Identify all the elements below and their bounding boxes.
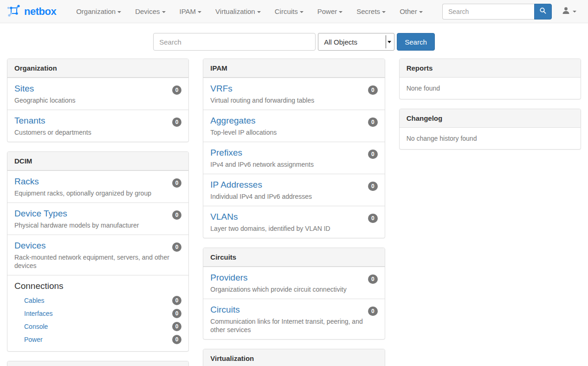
list-item: Aggregates 0 Top-level IP allocations bbox=[203, 110, 384, 142]
count-badge: 0 bbox=[172, 322, 182, 331]
panel-changelog: Changelog No change history found bbox=[399, 109, 581, 150]
connection-row: Cables 0 bbox=[14, 294, 181, 307]
panel-title: Reports bbox=[400, 59, 581, 78]
quick-search-form: All Objects Search bbox=[0, 33, 588, 51]
chevron-down-icon bbox=[573, 11, 576, 13]
tenants-link[interactable]: Tenants bbox=[14, 115, 45, 127]
quick-search-button[interactable]: Search bbox=[397, 33, 435, 51]
console-link[interactable]: Console bbox=[24, 323, 48, 330]
ip-addresses-link[interactable]: IP Addresses bbox=[210, 179, 262, 191]
vrfs-link[interactable]: VRFs bbox=[210, 83, 233, 95]
chevron-down-icon bbox=[257, 11, 261, 13]
panel-title: Circuits bbox=[203, 248, 384, 267]
count-badge: 0 bbox=[368, 182, 378, 191]
reports-empty-text: None found bbox=[400, 78, 581, 99]
count-badge: 0 bbox=[368, 150, 378, 159]
providers-link[interactable]: Providers bbox=[210, 272, 247, 284]
aggregates-link[interactable]: Aggregates bbox=[210, 115, 255, 127]
list-item: Circuits 0 Communication links for Inter… bbox=[203, 299, 384, 339]
menu-virtualization[interactable]: Virtualization bbox=[208, 0, 268, 23]
panel-title: DCIM bbox=[7, 152, 188, 170]
changelog-empty-text: No change history found bbox=[400, 128, 581, 149]
connection-row: Interfaces 0 bbox=[14, 307, 181, 320]
panel-power: Power bbox=[7, 361, 189, 366]
connection-row: Console 0 bbox=[14, 320, 181, 333]
chevron-down-icon bbox=[198, 11, 201, 13]
panel-circuits: Circuits Providers 0 Organizations which… bbox=[203, 248, 385, 340]
interfaces-link[interactable]: Interfaces bbox=[24, 310, 52, 317]
main-menu: Organization Devices IPAM Virtualization… bbox=[69, 0, 430, 23]
select-arrow-strip bbox=[386, 35, 392, 48]
chevron-down-icon bbox=[419, 11, 423, 13]
chevron-down-icon bbox=[388, 41, 391, 43]
user-menu[interactable] bbox=[552, 7, 581, 16]
count-badge: 0 bbox=[368, 118, 378, 127]
list-item: VRFs 0 Virtual routing and forwarding ta… bbox=[203, 78, 384, 110]
sites-link[interactable]: Sites bbox=[14, 83, 34, 95]
user-icon bbox=[562, 7, 570, 16]
circuits-link[interactable]: Circuits bbox=[210, 304, 239, 316]
devices-link[interactable]: Devices bbox=[14, 240, 46, 252]
search-icon bbox=[539, 7, 547, 16]
item-description: Customers or departments bbox=[14, 128, 181, 137]
menu-power[interactable]: Power bbox=[310, 0, 350, 23]
chevron-down-icon bbox=[339, 11, 342, 13]
count-badge: 0 bbox=[172, 85, 182, 95]
item-description: Communication links for Internet transit… bbox=[210, 317, 377, 334]
menu-organization[interactable]: Organization bbox=[69, 0, 128, 23]
list-item: Providers 0 Organizations which provide … bbox=[203, 267, 384, 299]
racks-link[interactable]: Racks bbox=[14, 176, 39, 188]
navbar-search-form bbox=[442, 4, 552, 20]
navbar-search-button[interactable] bbox=[534, 4, 552, 20]
item-description: Top-level IP allocations bbox=[210, 128, 377, 137]
panel-title: IPAM bbox=[203, 59, 384, 78]
navbar-search-input[interactable] bbox=[442, 4, 534, 20]
panel-dcim: DCIM Racks 0 Equipment racks, optionally… bbox=[7, 151, 189, 352]
count-badge: 0 bbox=[368, 274, 378, 284]
count-badge: 0 bbox=[172, 178, 182, 188]
netbox-brand-link[interactable]: netbox bbox=[7, 4, 56, 20]
chevron-down-icon bbox=[162, 11, 166, 13]
list-item: Racks 0 Equipment racks, optionally orga… bbox=[7, 170, 188, 203]
count-badge: 0 bbox=[172, 242, 182, 252]
object-type-select[interactable]: All Objects bbox=[318, 33, 394, 51]
vlans-link[interactable]: VLANs bbox=[210, 211, 238, 223]
count-badge: 0 bbox=[172, 118, 182, 127]
power-connections-link[interactable]: Power bbox=[24, 336, 43, 343]
list-item: IP Addresses 0 Individual IPv4 and IPv6 … bbox=[203, 174, 384, 206]
top-navbar: netbox Organization Devices IPAM Virtual… bbox=[0, 0, 588, 23]
panel-virtualization: Virtualization Clusters 0 bbox=[203, 349, 385, 366]
item-description: Equipment racks, optionally organized by… bbox=[14, 189, 181, 197]
panel-title: Changelog bbox=[400, 109, 581, 128]
menu-ipam[interactable]: IPAM bbox=[173, 0, 209, 23]
panel-title: Organization bbox=[7, 59, 188, 78]
object-type-selected: All Objects bbox=[324, 38, 357, 46]
device-types-link[interactable]: Device Types bbox=[14, 208, 67, 220]
menu-other[interactable]: Other bbox=[393, 0, 430, 23]
connections-heading: Connections bbox=[14, 280, 181, 292]
list-item: VLANs 0 Layer two domains, identified by… bbox=[203, 206, 384, 238]
count-badge: 0 bbox=[172, 335, 182, 344]
panel-title: Power bbox=[7, 361, 188, 366]
chevron-down-icon bbox=[117, 11, 121, 13]
connections-group: Connections Cables 0 Interfaces 0 Consol… bbox=[7, 275, 188, 351]
item-description: IPv4 and IPv6 network assignments bbox=[210, 160, 377, 169]
quick-search-input[interactable] bbox=[153, 33, 316, 51]
panel-ipam: IPAM VRFs 0 Virtual routing and forwardi… bbox=[203, 59, 385, 238]
list-item: Device Types 0 Physical hardware models … bbox=[7, 203, 188, 235]
list-item: Devices 0 Rack-mounted network equipment… bbox=[7, 235, 188, 275]
menu-secrets[interactable]: Secrets bbox=[349, 0, 393, 23]
item-description: Organizations which provide circuit conn… bbox=[210, 285, 377, 294]
item-description: Rack-mounted network equipment, servers,… bbox=[14, 253, 181, 270]
prefixes-link[interactable]: Prefixes bbox=[210, 147, 242, 159]
column-middle: IPAM VRFs 0 Virtual routing and forwardi… bbox=[196, 59, 392, 366]
menu-devices[interactable]: Devices bbox=[128, 0, 172, 23]
item-description: Virtual routing and forwarding tables bbox=[210, 96, 377, 105]
list-item: Sites 0 Geographic locations bbox=[7, 78, 188, 110]
connection-row: Power 0 bbox=[14, 333, 181, 346]
cables-link[interactable]: Cables bbox=[24, 297, 45, 304]
menu-circuits[interactable]: Circuits bbox=[268, 0, 310, 23]
netbox-logo-icon bbox=[7, 4, 21, 20]
list-item: Prefixes 0 IPv4 and IPv6 network assignm… bbox=[203, 142, 384, 174]
count-badge: 0 bbox=[172, 296, 182, 305]
